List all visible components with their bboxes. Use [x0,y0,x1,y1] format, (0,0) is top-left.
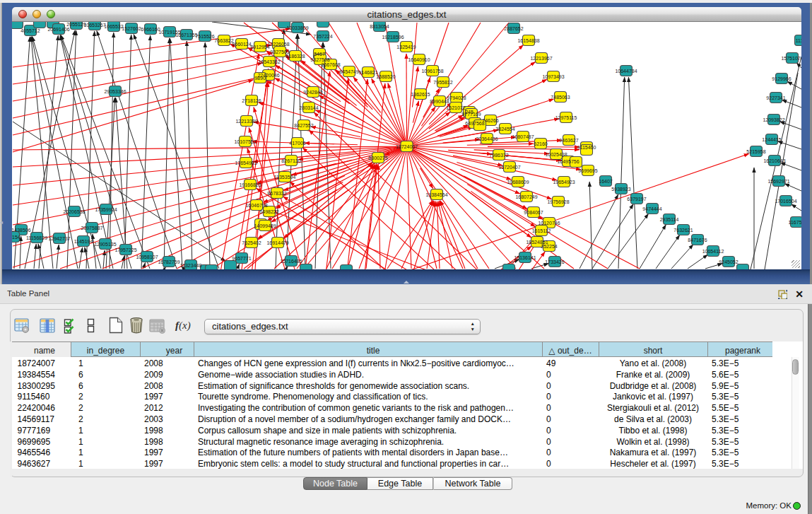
svg-text:6498222: 6498222 [259,209,278,214]
svg-text:10807487: 10807487 [512,134,534,139]
svg-text:12213967: 12213967 [530,56,552,61]
svg-text:2718126: 2718126 [242,98,261,103]
svg-text:1244415: 1244415 [762,137,781,142]
svg-text:16210643: 16210643 [763,158,785,163]
svg-text:1325419: 1325419 [396,45,416,49]
svg-text:16046798: 16046798 [245,203,267,208]
svg-text:8678332: 8678332 [267,191,286,196]
svg-text:9242843: 9242843 [303,90,322,95]
svg-text:417006: 417006 [289,141,305,146]
svg-text:4055712: 4055712 [20,28,40,33]
svg-text:7357224: 7357224 [313,34,332,39]
svg-text:13226058: 13226058 [267,42,289,47]
svg-text:19384554: 19384554 [425,192,447,197]
svg-text:10958107: 10958107 [136,255,158,259]
svg-text:6966160: 6966160 [141,27,160,32]
svg-text:9657771: 9657771 [232,256,251,261]
svg-text:11156829: 11156829 [26,235,47,240]
svg-text:16407: 16407 [599,179,613,184]
svg-text:17016504: 17016504 [775,199,796,204]
svg-text:12213389: 12213389 [235,119,257,124]
svg-text:7485063: 7485063 [551,95,570,100]
svg-text:9463627: 9463627 [559,138,578,143]
svg-text:8454749: 8454749 [339,69,358,74]
svg-text:5215958: 5215958 [746,149,765,154]
svg-text:9474444: 9474444 [642,206,661,211]
svg-text:19218596: 19218596 [382,35,404,40]
svg-text:15720407: 15720407 [498,165,520,170]
svg-text:3824554: 3824554 [495,127,514,132]
svg-text:18724007: 18724007 [396,144,418,149]
svg-text:9227341: 9227341 [766,95,785,100]
svg-text:15136141: 15136141 [514,255,536,260]
svg-text:14099489: 14099489 [254,223,276,228]
svg-text:1733426: 1733426 [545,259,564,264]
svg-text:1588520: 1588520 [376,74,395,79]
svg-text:1362615: 1362615 [411,92,430,97]
svg-text:116753: 116753 [789,220,801,225]
svg-text:10653267: 10653267 [83,23,105,28]
svg-text:20364436: 20364436 [476,136,498,141]
svg-text:20691406: 20691406 [47,27,69,32]
svg-text:746266: 746266 [482,118,498,123]
svg-text:20975887: 20975887 [81,226,102,230]
svg-text:16495756: 16495756 [557,159,579,164]
svg-text:10654112: 10654112 [702,249,724,254]
svg-text:19166825: 19166825 [239,182,261,187]
svg-text:11353594: 11353594 [274,175,296,180]
svg-text:10107552: 10107552 [234,139,256,144]
svg-text:10688609: 10688609 [507,180,529,185]
svg-text:8813054: 8813054 [370,24,389,29]
svg-text:12093822: 12093822 [763,117,784,122]
svg-text:1145194: 1145194 [74,239,93,244]
svg-text:2803144: 2803144 [299,105,318,110]
svg-text:10961758: 10961758 [421,69,443,74]
svg-text:16640910: 16640910 [408,57,430,62]
svg-text:16033809: 16033809 [286,25,308,30]
svg-text:9084067: 9084067 [524,210,543,215]
svg-text:16154838: 16154838 [517,38,539,43]
svg-text:5938923: 5938923 [611,187,630,192]
svg-text:1615112: 1615112 [532,228,551,233]
svg-text:17654983: 17654983 [235,160,257,165]
svg-text:20206538: 20206538 [63,209,85,214]
svg-text:17359924: 17359924 [95,207,117,212]
svg-text:10973493: 10973493 [542,74,564,79]
svg-text:7955812: 7955812 [433,80,452,85]
svg-text:1065532: 1065532 [104,24,123,29]
svg-text:8186328: 8186328 [286,54,305,59]
svg-text:15692971: 15692971 [767,179,789,184]
svg-text:7632621: 7632621 [673,228,693,233]
svg-text:6379197: 6379197 [627,197,646,201]
svg-text:1438506: 1438506 [12,228,31,233]
svg-text:10120746: 10120746 [538,221,560,226]
svg-text:9794028: 9794028 [447,95,466,100]
svg-text:17957225: 17957225 [114,247,136,252]
svg-text:8660124: 8660124 [232,42,251,47]
svg-text:9245052: 9245052 [719,259,738,264]
svg-text:19654923: 19654923 [553,180,575,185]
svg-text:9890: 9890 [254,76,266,81]
svg-text:12975115: 12975115 [555,115,577,120]
svg-text:1117: 1117 [796,38,801,43]
svg-text:252254: 252254 [541,244,557,249]
svg-text:19756928: 19756928 [547,199,569,204]
svg-text:9146821: 9146821 [358,70,377,75]
svg-text:16671355: 16671355 [175,33,197,37]
svg-text:16914479: 16914479 [266,240,288,245]
svg-text:11323448: 11323448 [180,263,202,268]
svg-text:1621072: 1621072 [446,105,465,110]
svg-text:8300275: 8300275 [368,156,387,160]
svg-text:7625402: 7625402 [242,240,261,245]
svg-text:5467: 5467 [314,52,325,57]
svg-text:8267130: 8267130 [281,158,300,163]
svg-text:1527602: 1527602 [122,26,141,31]
svg-text:7663822: 7663822 [214,38,233,43]
svg-text:62160: 62160 [534,141,548,146]
svg-text:39154: 39154 [12,235,20,240]
svg-text:15751074: 15751074 [781,56,801,61]
svg-text:12942737: 12942737 [48,236,70,241]
svg-text:16782759: 16782759 [158,259,180,264]
svg-text:29053346: 29053346 [104,89,126,94]
svg-text:8471676: 8471676 [688,238,707,243]
